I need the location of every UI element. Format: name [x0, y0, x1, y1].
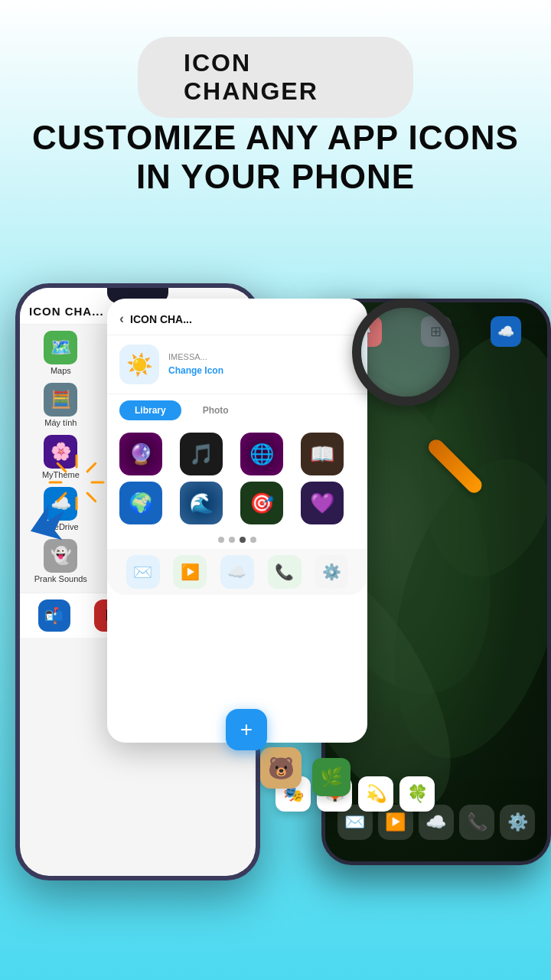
dot-2	[229, 537, 235, 543]
panel-dock-phone[interactable]: 📞	[268, 555, 302, 589]
grid-icon-8[interactable]: 💜	[301, 482, 344, 524]
rp-dock-phone[interactable]: 📞	[459, 805, 494, 840]
svg-line-7	[87, 493, 96, 501]
grid-icon-5[interactable]: 🌍	[119, 482, 162, 524]
tagline-line1: CUSTOMIZE ANY APP ICONS	[0, 119, 551, 158]
change-icon-button[interactable]: Change Icon	[168, 365, 223, 376]
tagline: CUSTOMIZE ANY APP ICONS IN YOUR PHONE	[0, 119, 551, 196]
back-arrow[interactable]: ‹	[119, 311, 124, 327]
panel-dock: ✉️ ▶️ ☁️ 📞 ⚙️	[107, 549, 367, 595]
app-icon-calc: 🧮	[44, 383, 77, 416]
tagline-line2: IN YOUR PHONE	[0, 158, 551, 197]
panel-dock-mail[interactable]: ✉️	[126, 555, 160, 589]
panel-title: ICON CHA...	[130, 313, 192, 325]
app-name-prank: Prank Sounds	[34, 574, 87, 583]
dock-icon-m[interactable]: 📬	[38, 599, 70, 632]
dot-4	[250, 537, 256, 543]
grid-icon-6[interactable]: 🌊	[180, 482, 223, 524]
grid-icon-7[interactable]: 🎯	[240, 482, 283, 524]
dot-1	[218, 537, 224, 543]
dot-3	[240, 537, 246, 543]
icon-preview-row: ☀️ IMESSA... Change Icon	[107, 335, 367, 394]
app-cell-maps[interactable]: 🗺️ Maps	[23, 328, 99, 378]
floating-bear-icon: 🐻	[260, 747, 302, 789]
imessa-label: IMESSA... Change Icon	[168, 352, 223, 377]
panel-header: ‹ ICON CHA...	[107, 299, 367, 335]
grid-icon-4[interactable]: 📖	[301, 433, 344, 475]
app-title: ICON CHANGER	[184, 49, 318, 105]
strip-icon-3: 💫	[358, 776, 393, 812]
strip-icon-4: 🍀	[399, 776, 435, 812]
icons-grid: 🔮 🎵 🌐 📖 🌍 🌊 🎯 💜	[107, 426, 367, 531]
panel-overlay: ‹ ICON CHA... ☀️ IMESSA... Change Icon L…	[107, 299, 367, 743]
tab-library[interactable]: Library	[119, 400, 181, 420]
tab-photo[interactable]: Photo	[187, 400, 244, 420]
svg-line-5	[87, 463, 96, 472]
panel-dock-settings[interactable]: ⚙️	[315, 555, 348, 589]
preview-icon: ☀️	[119, 345, 159, 384]
svg-line-11	[57, 463, 66, 472]
tabs-row: Library Photo	[107, 394, 367, 426]
magnifier	[352, 299, 505, 452]
app-icon-maps: 🗺️	[44, 331, 77, 364]
rp-dock-settings[interactable]: ⚙️	[500, 805, 535, 840]
app-name-calc: Máy tính	[44, 418, 77, 427]
plus-button[interactable]: +	[226, 709, 267, 750]
grid-icon-3[interactable]: 🌐	[240, 433, 283, 475]
dots-row	[107, 531, 367, 549]
floating-leaf-icon: 🌿	[312, 758, 350, 796]
app-cell-calc[interactable]: 🧮 Máy tính	[23, 380, 99, 430]
grid-icon-1[interactable]: 🔮	[119, 433, 162, 475]
magnifier-glass	[352, 299, 459, 406]
panel-dock-play[interactable]: ▶️	[173, 555, 207, 589]
panel-dock-cloud[interactable]: ☁️	[220, 555, 254, 589]
grid-icon-2[interactable]: 🎵	[180, 433, 223, 475]
header-pill: ICON CHANGER	[138, 37, 413, 118]
app-name-maps: Maps	[51, 366, 71, 375]
